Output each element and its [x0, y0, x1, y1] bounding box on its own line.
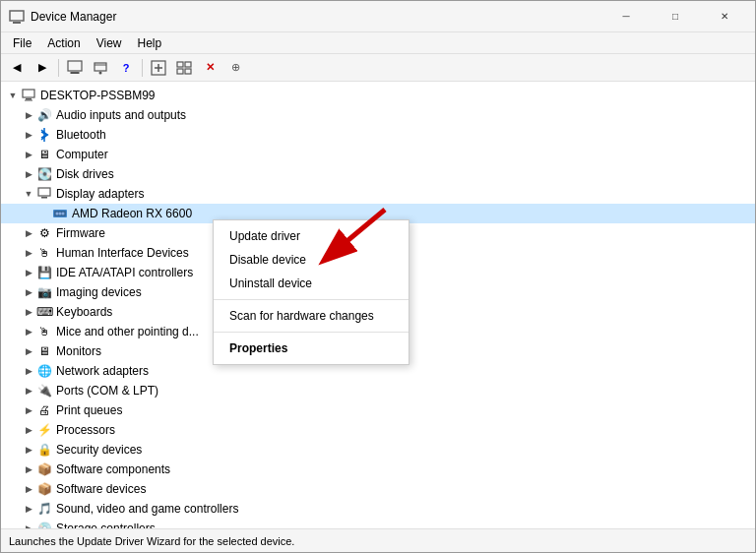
sw-components-label: Software components: [56, 462, 170, 476]
tree-item-computer[interactable]: ▶ 🖥 Computer: [1, 145, 755, 164]
maximize-button[interactable]: □: [653, 1, 698, 32]
root-expand[interactable]: ▼: [5, 88, 21, 103]
disk-label: Disk drives: [56, 167, 114, 181]
menu-view[interactable]: View: [89, 34, 130, 52]
minimize-button[interactable]: ─: [603, 1, 649, 32]
svg-rect-12: [177, 62, 183, 67]
keyboards-label: Keyboards: [56, 305, 112, 319]
menu-bar: File Action View Help: [1, 32, 755, 54]
tree-item-disk[interactable]: ▶ 💽 Disk drives: [1, 164, 755, 184]
display-icon: [36, 186, 52, 202]
tree-item-storage[interactable]: ▶ 💿 Storage controllers: [1, 519, 755, 528]
mice-expand[interactable]: ▶: [21, 324, 36, 339]
status-text: Launches the Update Driver Wizard for th…: [9, 535, 294, 547]
title-bar: Device Manager ─ □ ✕: [1, 1, 755, 32]
network-label: Network adapters: [56, 364, 149, 378]
toolbar: ◀ ▶ ?: [1, 54, 755, 82]
network-expand[interactable]: ▶: [21, 363, 36, 379]
audio-expand[interactable]: ▶: [21, 107, 36, 123]
keyboards-expand[interactable]: ▶: [21, 304, 36, 320]
processors-expand[interactable]: ▶: [21, 422, 36, 438]
audio-label: Audio inputs and outputs: [56, 108, 186, 122]
close-button[interactable]: ✕: [702, 1, 747, 32]
firmware-expand[interactable]: ▶: [21, 225, 36, 241]
menu-file[interactable]: File: [5, 34, 39, 52]
tree-item-print[interactable]: ▶ 🖨 Print queues: [1, 400, 755, 420]
network-icon: 🌐: [36, 363, 52, 379]
svg-rect-2: [12, 21, 22, 22]
monitors-label: Monitors: [56, 344, 101, 358]
toolbar-btn-4[interactable]: [172, 57, 196, 79]
ports-label: Ports (COM & LPT): [56, 384, 158, 398]
status-bar: Launches the Update Driver Wizard for th…: [1, 528, 755, 552]
hid-expand[interactable]: ▶: [21, 245, 36, 261]
back-button[interactable]: ◀: [5, 57, 29, 79]
print-label: Print queues: [56, 403, 122, 417]
imaging-expand[interactable]: ▶: [21, 284, 36, 300]
svg-rect-17: [26, 98, 32, 100]
ctx-separator-2: [214, 332, 409, 333]
bluetooth-expand[interactable]: ▶: [21, 127, 36, 143]
remove-button[interactable]: ✕: [198, 57, 221, 79]
svg-point-25: [59, 213, 62, 215]
ctx-scan-changes[interactable]: Scan for hardware changes: [214, 304, 409, 328]
display-label: Display adapters: [56, 187, 144, 201]
ctx-uninstall-device[interactable]: Uninstall device: [214, 272, 409, 295]
toolbar-btn-2[interactable]: [89, 57, 112, 79]
ctx-disable-device[interactable]: Disable device: [214, 248, 409, 272]
security-label: Security devices: [56, 443, 142, 457]
ide-expand[interactable]: ▶: [21, 265, 36, 280]
ports-expand[interactable]: ▶: [21, 383, 36, 399]
sw-devices-expand[interactable]: ▶: [21, 481, 36, 497]
tree-item-ports[interactable]: ▶ 🔌 Ports (COM & LPT): [1, 381, 755, 400]
tree-root[interactable]: ▼ DESKTOP-PSSBM99: [1, 86, 755, 105]
processors-label: Processors: [56, 423, 115, 437]
svg-rect-21: [41, 197, 47, 199]
keyboard-icon: ⌨: [36, 304, 52, 320]
hid-label: Human Interface Devices: [56, 246, 189, 260]
scan-button[interactable]: ⊕: [223, 57, 247, 79]
bluetooth-label: Bluetooth: [56, 128, 106, 142]
tree-view[interactable]: ▼ DESKTOP-PSSBM99 ▶ 🔊 Audio inputs and o…: [1, 82, 755, 528]
toolbar-btn-1[interactable]: [63, 57, 87, 79]
ctx-update-driver[interactable]: Update driver: [214, 224, 409, 248]
security-expand[interactable]: ▶: [21, 442, 36, 458]
disk-expand[interactable]: ▶: [21, 166, 36, 182]
computer-expand[interactable]: ▶: [21, 147, 36, 162]
svg-rect-0: [10, 11, 24, 21]
ctx-properties[interactable]: Properties: [214, 337, 409, 360]
forward-button[interactable]: ▶: [31, 57, 54, 79]
svg-point-26: [62, 213, 65, 215]
display-expand[interactable]: ▼: [21, 186, 36, 202]
tree-item-bluetooth[interactable]: ▶ Bluetooth: [1, 125, 755, 145]
toolbar-btn-3[interactable]: [147, 57, 170, 79]
imaging-label: Imaging devices: [56, 285, 142, 299]
device-manager-window: Device Manager ─ □ ✕ File Action View He…: [0, 0, 756, 553]
tree-item-display[interactable]: ▼ Display adapters: [1, 184, 755, 204]
sw-components-expand[interactable]: ▶: [21, 461, 36, 477]
gpu-icon: [52, 206, 68, 221]
ide-label: IDE ATA/ATAPI controllers: [56, 266, 193, 279]
print-expand[interactable]: ▶: [21, 402, 36, 418]
tree-item-processors[interactable]: ▶ ⚡ Processors: [1, 420, 755, 440]
computer-label: Computer: [56, 148, 108, 161]
storage-expand[interactable]: ▶: [21, 521, 36, 528]
svg-rect-6: [94, 63, 106, 71]
help-button[interactable]: ?: [114, 57, 138, 79]
monitors-expand[interactable]: ▶: [21, 343, 36, 359]
tree-item-audio[interactable]: ▶ 🔊 Audio inputs and outputs: [1, 105, 755, 125]
tree-item-sound[interactable]: ▶ 🎵 Sound, video and game controllers: [1, 499, 755, 519]
sound-expand[interactable]: ▶: [21, 501, 36, 517]
sw-components-icon: 📦: [36, 461, 52, 477]
amd-label: AMD Radeon RX 6600: [72, 207, 192, 220]
window-controls: ─ □ ✕: [603, 1, 747, 32]
computer-icon-2: 🖥: [36, 147, 52, 162]
tree-item-sw-components[interactable]: ▶ 📦 Software components: [1, 460, 755, 479]
processor-icon: ⚡: [36, 422, 52, 438]
svg-rect-13: [185, 62, 191, 67]
tree-item-security[interactable]: ▶ 🔒 Security devices: [1, 440, 755, 460]
bluetooth-icon: [36, 127, 52, 143]
menu-help[interactable]: Help: [130, 34, 170, 52]
menu-action[interactable]: Action: [39, 34, 88, 52]
tree-item-sw-devices[interactable]: ▶ 📦 Software devices: [1, 479, 755, 499]
